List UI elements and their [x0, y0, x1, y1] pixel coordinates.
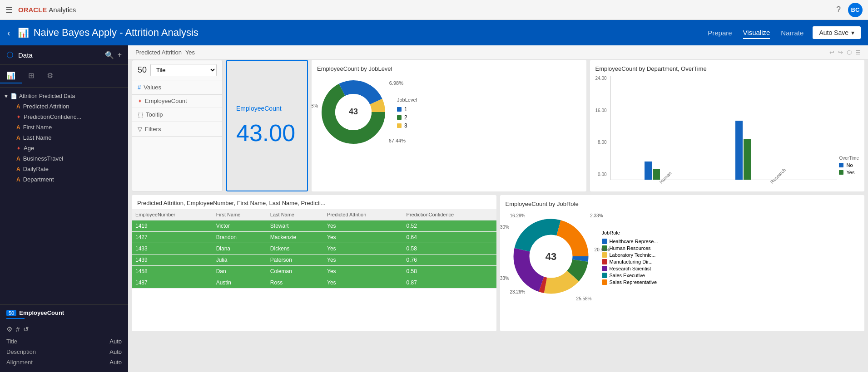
cell-attrition: Yes	[323, 277, 403, 289]
cell-attrition: Yes	[323, 220, 403, 232]
tree-item-first-name[interactable]: A First Name	[0, 122, 128, 132]
hash-icon: #	[138, 84, 141, 91]
employee-count-item[interactable]: ✦ EmployeeCount	[132, 95, 222, 108]
cell-first-name: Austin	[213, 277, 267, 289]
research-yes-bar	[744, 139, 751, 180]
legend-item-2: 2	[397, 114, 417, 121]
config-top: 50 Tile	[132, 60, 222, 80]
nav-prepare[interactable]: Prepare	[708, 27, 732, 39]
menu-icon[interactable]: ☰	[855, 49, 861, 56]
hamburger-icon[interactable]: ☰	[5, 5, 13, 15]
values-section[interactable]: # Values	[132, 80, 222, 95]
metric-tile: EmployeeCount 43.00	[226, 60, 308, 191]
table-row[interactable]: 1427 Brandon Mackenzie Yes 0.64	[132, 232, 496, 243]
content-area: Predicted Attrition Yes ↩ ↪ ⬡ ☰ 50 Tile	[128, 45, 868, 372]
sidebar-data-label: Data	[18, 51, 100, 59]
table-row[interactable]: 1433 Diana Dickens Yes 0.58	[132, 243, 496, 255]
cell-emp-number: 1439	[132, 255, 213, 266]
sidebar-nav-layers[interactable]: ⊞	[22, 69, 40, 83]
prop-alignment: Alignment Auto	[6, 357, 122, 367]
cell-confidence: 0.87	[403, 277, 496, 289]
svg-text:43: 43	[545, 251, 556, 262]
tile-type-select[interactable]: Tile	[150, 64, 217, 76]
table-wrapper[interactable]: EmployeeNumber First Name Last Name Pred…	[132, 209, 496, 331]
cell-last-name: Ross	[267, 277, 323, 289]
legend-sales-rep: Sales Representative	[602, 279, 658, 285]
dept-chart: EmployeeCount by Department, OverTime 24…	[590, 60, 865, 191]
legend-item-3: 3	[397, 122, 417, 129]
filters-section[interactable]: ▽ Filters	[132, 122, 222, 137]
user-avatar[interactable]: BC	[848, 3, 863, 17]
redo-icon[interactable]: ↪	[838, 49, 843, 56]
legend-sales-exec: Sales Executive	[602, 273, 658, 278]
human-no-bar	[645, 162, 652, 180]
share-icon[interactable]: ⬡	[847, 49, 852, 56]
jobrole-legend: JobRole Healthcare Represe... Human Reso…	[602, 230, 658, 285]
tree-item-department[interactable]: A Department	[0, 174, 128, 185]
joblevel-chart-title: EmployeeCount by JobLevel	[317, 65, 581, 72]
tree-item-business-travel[interactable]: A BusinessTravel	[0, 153, 128, 164]
metric-title: EmployeeCount	[236, 105, 298, 112]
oracle-logo: ORACLE	[18, 6, 47, 14]
analytics-label: Analytics	[49, 6, 76, 14]
jobrole-legend-header: JobRole	[602, 230, 658, 235]
cell-confidence: 0.52	[403, 220, 496, 232]
help-icon[interactable]: ?	[836, 5, 841, 15]
cell-first-name: Brandon	[213, 232, 267, 243]
table-row[interactable]: 1458 Dan Coleman Yes 0.58	[132, 266, 496, 277]
top-nav: ☰ ORACLE Analytics ? BC	[0, 0, 868, 20]
sidebar-nav: 📊 ⊞ ⚙	[0, 65, 128, 88]
overtime-no: No	[839, 162, 859, 168]
col-confidence: PredictionConfidence	[403, 209, 496, 220]
refresh-icon[interactable]: ↺	[23, 325, 29, 333]
chart-icon: 📊	[18, 27, 29, 38]
sidebar-nav-chart[interactable]: 📊	[0, 69, 22, 83]
cell-confidence: 0.58	[403, 266, 496, 277]
dept-chart-title: EmployeeCount by Department, OverTime	[595, 65, 859, 72]
joblevel-donut-svg: 43	[317, 76, 390, 148]
hash-icon[interactable]: #	[16, 325, 20, 333]
sidebar-top: ⬡ Data 🔍 +	[0, 45, 128, 65]
table-title: Predicted Attrition, EmployeeNumber, Fir…	[132, 195, 496, 209]
auto-save-button[interactable]: Auto Save ▾	[813, 26, 861, 39]
table-row[interactable]: 1439 Julia Paterson Yes 0.76	[132, 255, 496, 266]
cell-first-name: Diana	[213, 243, 267, 255]
header-nav: Prepare Visualize Narrate	[708, 27, 804, 39]
joblevel-legend-header: JobLevel	[397, 97, 417, 103]
tree-item-last-name[interactable]: A Last Name	[0, 132, 128, 143]
prop-title: Title Auto	[6, 336, 122, 347]
legend-mfg-dir: Manufacturing Dir...	[602, 259, 658, 264]
jobrole-chart: EmployeeCount by JobRole	[500, 195, 865, 331]
table-row[interactable]: 1487 Austin Ross Yes 0.87	[132, 277, 496, 289]
sidebar-add-icon[interactable]: +	[118, 51, 122, 59]
table-row[interactable]: 1419 Victor Stewart Yes 0.52	[132, 220, 496, 232]
tree-folder-attrition[interactable]: ▼ 📄 Attrition Predicted Data	[0, 91, 128, 101]
back-button[interactable]: ‹	[7, 28, 10, 38]
nav-narrate[interactable]: Narrate	[781, 27, 804, 39]
jobrole-chart-body: 43 2.33% 9.30% 16.28% 2.33% 23.26% 25.58…	[506, 211, 859, 303]
cell-emp-number: 1487	[132, 277, 213, 289]
col-first-name: First Name	[213, 209, 267, 220]
cell-emp-number: 1419	[132, 220, 213, 232]
sidebar-nav-connections[interactable]: ⚙	[40, 69, 60, 83]
nav-visualize[interactable]: Visualize	[743, 27, 770, 39]
header-bar: ‹ 📊 Naive Bayes Apply - Attrition Analys…	[0, 20, 868, 45]
cell-emp-number: 1458	[132, 266, 213, 277]
cell-attrition: Yes	[323, 255, 403, 266]
sidebar-bottom: 50 EmployeeCount ⚙ # ↺ Title Auto Descri…	[0, 304, 128, 372]
tree-item-daily-rate[interactable]: A DailyRate	[0, 164, 128, 174]
research-no-bar	[735, 121, 743, 180]
tree-item-predicted-attrition[interactable]: A Predicted Attrition	[0, 101, 128, 112]
tooltip-section[interactable]: ⬚ Tooltip	[132, 108, 222, 122]
cell-attrition: Yes	[323, 243, 403, 255]
tooltip-icon: ⬚	[138, 111, 143, 118]
filter-bar: Predicted Attrition Yes ↩ ↪ ⬡ ☰	[128, 45, 868, 60]
tree-item-age[interactable]: ✦ Age	[0, 143, 128, 153]
settings-icon[interactable]: ⚙	[6, 325, 12, 333]
joblevel-chart: EmployeeCount by JobLevel	[312, 60, 586, 191]
sidebar-search-icon[interactable]: 🔍	[105, 51, 114, 59]
cell-first-name: Dan	[213, 266, 267, 277]
undo-icon[interactable]: ↩	[829, 49, 834, 56]
tree-item-prediction-confidence[interactable]: ✦ PredictionConfidenc...	[0, 112, 128, 122]
cell-last-name: Stewart	[267, 220, 323, 232]
